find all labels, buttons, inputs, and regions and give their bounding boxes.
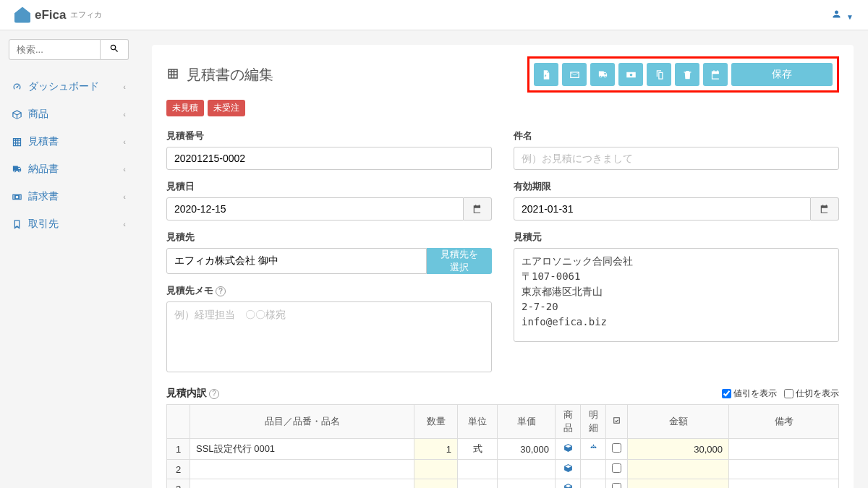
cell-product-link[interactable] xyxy=(556,439,581,460)
cell-name[interactable] xyxy=(190,460,414,479)
user-menu[interactable]: ▼ xyxy=(831,9,854,22)
mail-button[interactable] xyxy=(562,63,587,86)
row-number: 1 xyxy=(167,439,190,460)
help-icon[interactable]: ? xyxy=(209,389,219,399)
save-button[interactable]: 保存 xyxy=(731,63,833,86)
lines-table: 品目／品番・品名 数量 単位 単価 商品 明細 金額 備考 1SSL設定代行 0… xyxy=(166,404,839,488)
valid-until-input[interactable] xyxy=(514,197,811,221)
sidebar-item-partners[interactable]: 取引先‹ xyxy=(9,210,129,238)
sender-textarea[interactable]: エアロソニック合同会社 〒107-0061 東京都港区北青山 2-7-20 in… xyxy=(514,248,839,342)
bookmark-icon xyxy=(12,219,22,230)
chevron-left-icon: ‹ xyxy=(123,220,126,228)
sidebar-item-invoice[interactable]: 請求書‹ xyxy=(9,183,129,210)
copy-button[interactable] xyxy=(647,63,671,86)
ship-button[interactable] xyxy=(590,63,615,86)
bill-button[interactable] xyxy=(618,63,643,86)
col-name: 品目／品番・品名 xyxy=(190,405,414,439)
quote-date-input[interactable] xyxy=(166,197,464,221)
cell-qty[interactable]: 1 xyxy=(414,439,458,460)
sidebar-item-delivery[interactable]: 納品書‹ xyxy=(9,155,129,183)
pdf-button[interactable] xyxy=(534,63,558,86)
valid-until-label: 有効期限 xyxy=(514,180,839,193)
cell-note[interactable] xyxy=(729,460,839,479)
cell-detail-link[interactable] xyxy=(581,460,606,479)
cube-icon xyxy=(563,483,573,488)
search-input[interactable] xyxy=(9,39,101,60)
client-memo-textarea[interactable] xyxy=(166,301,492,372)
delete-button[interactable] xyxy=(675,63,699,86)
table-row: 3 xyxy=(167,479,839,489)
truck-icon xyxy=(597,69,608,80)
brand-subtitle: エフィカ xyxy=(70,9,102,20)
cell-checkbox[interactable] xyxy=(606,439,628,460)
date-picker-button[interactable] xyxy=(811,197,839,221)
show-discount-checkbox[interactable]: 値引を表示 xyxy=(722,388,777,400)
col-qty: 数量 xyxy=(414,405,458,439)
cell-qty[interactable] xyxy=(414,460,458,479)
table-row: 1SSL設定代行 00011式30,00030,000 xyxy=(167,439,839,460)
search-button[interactable] xyxy=(101,39,129,60)
trash-icon xyxy=(682,69,693,80)
cell-name[interactable] xyxy=(190,479,414,489)
col-product: 商品 xyxy=(556,405,581,439)
cell-checkbox[interactable] xyxy=(606,479,628,489)
row-number: 3 xyxy=(167,479,190,489)
caret-down-icon: ▼ xyxy=(846,13,854,21)
subject-input[interactable] xyxy=(514,147,839,170)
cell-note[interactable] xyxy=(729,439,839,460)
calendar-icon xyxy=(820,204,830,214)
envelope-icon xyxy=(569,69,580,80)
page-title: 見積書の編集 xyxy=(187,65,273,85)
client-input[interactable] xyxy=(166,248,427,274)
cell-detail-link[interactable] xyxy=(581,439,606,460)
cell-unit[interactable] xyxy=(458,479,498,489)
table-row: 2 xyxy=(167,460,839,479)
brand-name: eFica xyxy=(35,8,66,22)
cell-price[interactable]: 30,000 xyxy=(498,439,556,460)
sidebar-item-products[interactable]: 商品‹ xyxy=(9,100,129,128)
calendar-icon xyxy=(472,204,482,214)
cell-detail-link[interactable] xyxy=(581,479,606,489)
tree-icon xyxy=(589,443,598,453)
col-detail: 明細 xyxy=(581,405,606,439)
cell-product-link[interactable] xyxy=(556,460,581,479)
cell-product-link[interactable] xyxy=(556,479,581,489)
sidebar-item-quotes[interactable]: 見積書‹ xyxy=(9,128,129,155)
cell-checkbox[interactable] xyxy=(606,460,628,479)
money-icon xyxy=(626,69,637,80)
cell-note[interactable] xyxy=(729,479,839,489)
col-check xyxy=(606,405,628,439)
brand-logo-icon xyxy=(14,7,30,23)
sender-label: 見積元 xyxy=(514,231,839,244)
chevron-left-icon: ‹ xyxy=(123,137,126,146)
cube-icon xyxy=(563,463,573,473)
lines-title: 見積内訳? xyxy=(166,387,219,400)
client-label: 見積先 xyxy=(166,231,492,244)
cell-unit[interactable]: 式 xyxy=(458,439,498,460)
cell-name[interactable]: SSL設定代行 0001 xyxy=(190,439,414,460)
cell-qty[interactable] xyxy=(414,479,458,489)
sidebar-item-dashboard[interactable]: ダッシュボード‹ xyxy=(9,73,129,100)
col-amount: 金額 xyxy=(628,405,729,439)
cell-amount: 30,000 xyxy=(628,439,729,460)
cube-icon xyxy=(563,443,573,453)
status-badge-unquoted: 未見積 xyxy=(166,100,204,116)
quote-no-input[interactable] xyxy=(166,147,492,170)
calendar-button[interactable] xyxy=(703,63,728,86)
action-bar: 保存 xyxy=(527,56,839,93)
sidebar-nav: ダッシュボード‹ 商品‹ 見積書‹ 納品書‹ 請求書‹ 取引先‹ xyxy=(9,73,129,238)
search-icon xyxy=(109,43,119,53)
col-note: 備考 xyxy=(729,405,839,439)
show-partition-checkbox[interactable]: 仕切を表示 xyxy=(784,388,839,400)
cube-icon xyxy=(12,109,22,120)
cell-unit[interactable] xyxy=(458,460,498,479)
chevron-left-icon: ‹ xyxy=(123,110,126,119)
cell-price[interactable] xyxy=(498,479,556,489)
quote-date-label: 見積日 xyxy=(166,180,492,193)
help-icon[interactable]: ? xyxy=(216,286,226,296)
cell-price[interactable] xyxy=(498,460,556,479)
date-picker-button[interactable] xyxy=(464,197,492,221)
cell-amount xyxy=(628,460,729,479)
truck-icon xyxy=(12,164,22,175)
client-select-button[interactable]: 見積先を選択 xyxy=(427,248,492,274)
